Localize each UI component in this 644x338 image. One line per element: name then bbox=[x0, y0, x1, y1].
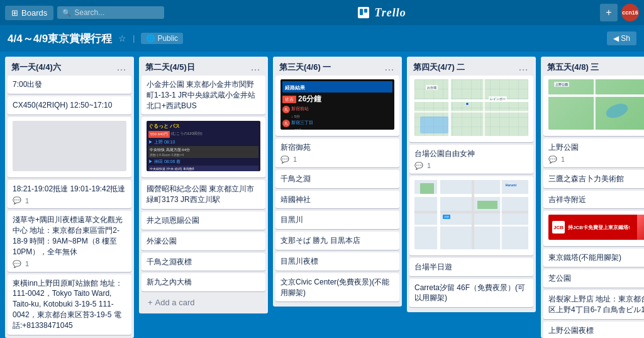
comment-icon: 💬 bbox=[13, 260, 21, 268]
board-header-right: ◀ Sh bbox=[607, 31, 636, 45]
card[interactable]: 目黑川夜標 bbox=[275, 252, 399, 271]
list-header: 第三天(4/6) 一… bbox=[273, 57, 402, 76]
comment-icon: 💬 bbox=[280, 155, 289, 164]
search-icon: 🔍 bbox=[62, 9, 71, 17]
list-cards: お台場 レインボー 台場公園自由女神💬1 bbox=[407, 76, 536, 312]
card[interactable]: 上野公園 不忍池 bbox=[543, 76, 644, 136]
visibility-button[interactable]: 🌐 Public bbox=[141, 33, 183, 44]
card[interactable]: 東橫inn上野田原町站旅館 地址：111-0042，Tokyo Taito Wa… bbox=[8, 274, 131, 335]
card[interactable]: Harumi 汐留 bbox=[409, 176, 533, 256]
add-card-button[interactable]: +Add a card bbox=[142, 294, 265, 311]
card-text: 台場公園自由女神 bbox=[414, 149, 475, 158]
card[interactable]: 上野公園💬1 bbox=[543, 138, 644, 167]
list-header: 第二天(4/5)日… bbox=[139, 57, 268, 76]
list-title: 第一天(4/4)六 bbox=[11, 62, 61, 73]
card-text: 吉祥寺附近 bbox=[548, 195, 586, 204]
nav-center: Trello bbox=[358, 6, 406, 20]
card[interactable]: 三鷹之森吉卜力美術館 bbox=[543, 170, 644, 188]
comment-count: 1 bbox=[293, 155, 297, 163]
add-card-label: Add a card bbox=[155, 298, 195, 307]
card[interactable]: 靖國神社 bbox=[275, 191, 399, 209]
card-text: 東京鐵塔(不能用腳架) bbox=[548, 253, 621, 262]
card-text: 小金井公園 東京都小金井市関野町1-13-1 JR中央線武蔵小金井站北口+西武B… bbox=[147, 80, 255, 110]
card-text: 台場半日遊 bbox=[414, 262, 452, 271]
card[interactable]: 淺草寺+隅田川夜標遠草文化觀光中心 地址：東京都台東區雷門2-18-9 時間：9… bbox=[8, 211, 131, 271]
card[interactable]: 東京鐵塔(不能用腳架) bbox=[543, 249, 644, 267]
card[interactable]: 上野公園夜標 bbox=[543, 322, 644, 338]
show-menu-button[interactable]: ◀ Sh bbox=[607, 31, 636, 45]
card[interactable]: 新宿御苑💬1 bbox=[275, 138, 399, 167]
card-image bbox=[13, 121, 126, 171]
card[interactable]: 外濠公園 bbox=[142, 232, 265, 251]
comment-count: 1 bbox=[561, 155, 565, 163]
card[interactable]: 経路結果 佐吉 26分鐘 丸 新宿前站 ↓ 5分 丸 bbox=[275, 76, 399, 136]
card[interactable]: 吉祥寺附近 bbox=[543, 191, 644, 209]
card[interactable]: 文京Civic Center(免費夜景)(不能用腳架) bbox=[275, 273, 399, 302]
list-menu-button[interactable]: … bbox=[516, 62, 531, 73]
comment-icon: 💬 bbox=[548, 155, 557, 164]
card-meta: 💬1 bbox=[548, 155, 644, 164]
card[interactable]: ぐるっと パス 550 640円 (むこうの120回分) ▶ 上野 08:10 … bbox=[142, 117, 265, 177]
card[interactable]: 芝公園 bbox=[543, 269, 644, 288]
list-list-2: 第二天(4/5)日…小金井公園 東京都小金井市関野町1-13-1 JR中央線武蔵… bbox=[139, 57, 268, 313]
card-text: 井之頭恩賜公園 bbox=[147, 216, 199, 225]
card[interactable]: 7:00出發 bbox=[8, 76, 131, 94]
list-list-5: 第五天(4/8) 三… 上野公園 不忍池 上野公園💬1三鷹之森吉卜力美術館吉祥寺… bbox=[541, 57, 644, 338]
list-header: 第五天(4/8) 三… bbox=[541, 57, 644, 76]
list-title: 第四天(4/7) 二 bbox=[413, 62, 465, 73]
trello-logo: Trello bbox=[358, 6, 406, 20]
card-text: 上野公園夜標 bbox=[548, 326, 594, 335]
card-text: 支那そば 勝九 目黒本店 bbox=[280, 236, 360, 245]
card-text: 三鷹之森吉卜力美術館 bbox=[548, 174, 624, 183]
card[interactable]: 井之頭恩賜公園 bbox=[142, 211, 265, 230]
card[interactable]: 千鳥之淵 bbox=[275, 170, 399, 188]
card[interactable]: 新九之內大橋 bbox=[142, 273, 265, 291]
card[interactable]: 岩裂家上野店 地址：東京都台東区上野4丁目6-7 白鳥舎ビル1F bbox=[543, 290, 644, 319]
search-placeholder: Search... bbox=[74, 8, 104, 17]
list-cards: 経路結果 佐吉 26分鐘 丸 新宿前站 ↓ 5分 丸 bbox=[273, 76, 402, 307]
card-text: 淺草寺+隅田川夜標遠草文化觀光中心 地址：東京都台東區雷門2-18-9 時間：9… bbox=[13, 215, 123, 256]
card-text: 文京Civic Center(免費夜景)(不能用腳架) bbox=[280, 278, 389, 297]
card-text: 7:00出發 bbox=[13, 80, 42, 89]
star-icon[interactable]: ☆ bbox=[118, 33, 126, 43]
trello-icon bbox=[358, 7, 369, 18]
board-title: 4/4～4/9東京賞櫻行程 bbox=[8, 31, 112, 46]
card[interactable]: 18:21-19:02抵達 19:01-19:42抵達💬1 bbox=[8, 180, 131, 209]
list-title: 第五天(4/8) 三 bbox=[547, 62, 599, 73]
card-image: ぐるっと パス 550 640円 (むこうの120回分) ▶ 上野 08:10 … bbox=[147, 121, 260, 171]
card-meta: 💬1 bbox=[13, 196, 126, 205]
nav-left: ⊞ Boards 🔍 Search... bbox=[5, 6, 164, 20]
card-text: 18:21-19:02抵達 19:01-19:42抵達 bbox=[13, 184, 125, 193]
boards-label: Boards bbox=[21, 8, 47, 18]
card[interactable]: 小金井公園 東京都小金井市関野町1-13-1 JR中央線武蔵小金井站北口+西武B… bbox=[142, 76, 265, 115]
add-button[interactable]: + bbox=[600, 4, 618, 21]
card[interactable]: 國營昭和紀念公園 東京都立川市緑町3173 JR西立川駅 bbox=[142, 180, 265, 209]
avatar-text: ccn16 bbox=[622, 9, 638, 16]
list-menu-button[interactable]: … bbox=[382, 62, 397, 73]
card[interactable]: お台場 レインボー bbox=[409, 76, 533, 142]
card[interactable]: CX450(42RIQH) 12:50~17:10 bbox=[8, 96, 131, 115]
card[interactable]: 台場半日遊 bbox=[409, 258, 533, 276]
card[interactable]: JCB 持JCB卡免費登上東京鐵塔! 小物注意 bbox=[543, 211, 644, 246]
card[interactable]: Carreta汐留 46F（免費夜景）(可以用腳架) bbox=[409, 279, 533, 308]
search-bar[interactable]: 🔍 Search... bbox=[57, 6, 164, 19]
list-cards: 7:00出發CX450(42RIQH) 12:50~17:1018:21-19:… bbox=[5, 76, 134, 338]
card-text: 國營昭和紀念公園 東京都立川市緑町3173 JR西立川駅 bbox=[147, 184, 254, 204]
card[interactable]: 千鳥之淵夜標 bbox=[142, 253, 265, 271]
card-text: 芝公園 bbox=[548, 274, 571, 283]
card[interactable]: 目黑川 bbox=[275, 211, 399, 229]
card[interactable] bbox=[8, 117, 131, 177]
list-menu-button[interactable]: … bbox=[114, 62, 129, 73]
card-text: 岩裂家上野店 地址：東京都台東区上野4丁目6-7 白鳥舎ビル1F bbox=[548, 295, 644, 314]
plus-icon: + bbox=[148, 298, 153, 307]
card[interactable]: 台場公園自由女神💬1 bbox=[409, 145, 533, 174]
user-avatar[interactable]: ccn16 bbox=[621, 4, 639, 21]
nav-right: + ccn16 bbox=[600, 4, 639, 21]
boards-button[interactable]: ⊞ Boards bbox=[5, 6, 53, 20]
list-title: 第三天(4/6) 一 bbox=[279, 62, 331, 73]
list-menu-button[interactable]: … bbox=[248, 62, 263, 73]
card[interactable]: 支那そば 勝九 目黒本店 bbox=[275, 232, 399, 250]
card-meta: 💬1 bbox=[280, 155, 394, 164]
card-image: 上野公園 不忍池 bbox=[548, 79, 644, 130]
card-text: 目黑川夜標 bbox=[280, 257, 318, 266]
